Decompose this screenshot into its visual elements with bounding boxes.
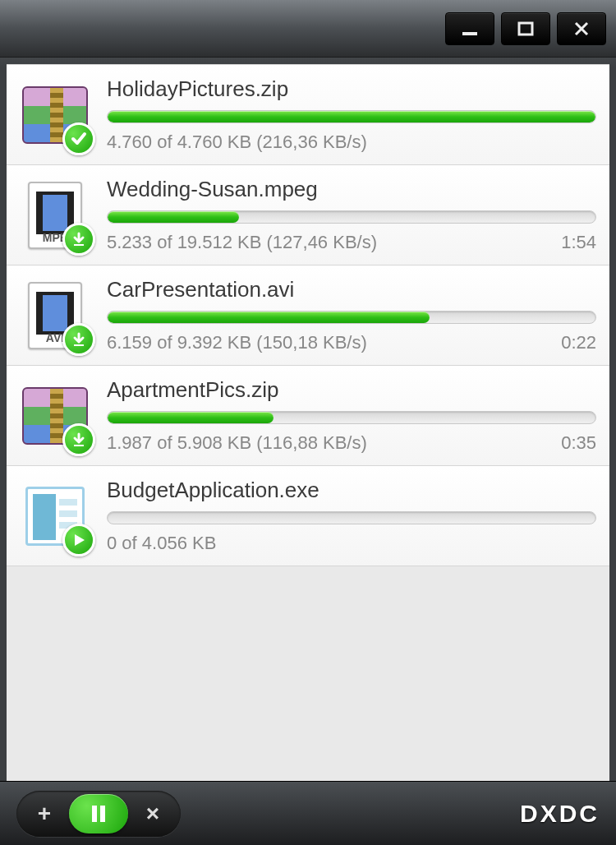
download-status-text: 4.760 of 4.760 KB (216,36 KB/s) [107,132,367,153]
svg-rect-5 [92,806,97,822]
download-filename: Wedding-Susan.mpeg [107,177,596,202]
svg-rect-0 [462,32,477,35]
progress-bar [107,110,596,123]
download-info: BudgetApplication.exe0 of 4.056 KB [107,478,596,554]
download-info: CarPresentation.avi6.159 of 9.392 KB (15… [107,277,596,353]
progress-bar [107,210,596,224]
file-icon [18,379,92,453]
download-filename: CarPresentation.avi [107,277,596,302]
download-status-text: 6.159 of 9.392 KB (150,18 KB/s) [107,332,367,353]
svg-rect-1 [519,23,532,35]
file-icon: MPE [18,178,92,252]
remove-download-button[interactable]: × [136,797,169,830]
download-item[interactable]: BudgetApplication.exe0 of 4.056 KB [7,466,609,566]
download-info: Wedding-Susan.mpeg5.233 of 19.512 KB (12… [107,177,596,253]
svg-rect-4 [74,445,84,446]
progress-fill [108,111,595,122]
status-badge-icon [62,122,95,155]
status-row: 1.987 of 5.908 KB (116,88 KB/s)0:35 [107,432,596,454]
pause-icon [90,804,107,824]
progress-fill [108,211,239,223]
download-eta: 0:22 [561,332,596,353]
svg-rect-2 [74,244,84,246]
download-eta: 1:54 [561,232,596,253]
close-button[interactable] [557,12,606,45]
download-status-text: 5.233 of 19.512 KB (127,46 KB/s) [107,232,377,253]
progress-fill [108,412,274,423]
download-filename: HolidayPictures.zip [107,76,596,102]
progress-bar [107,311,596,324]
download-list: HolidayPictures.zip4.760 of 4.760 KB (21… [7,64,609,781]
download-eta: 0:35 [561,432,596,454]
status-row: 6.159 of 9.392 KB (150,18 KB/s)0:22 [107,332,596,353]
maximize-button[interactable] [501,12,550,45]
minimize-button[interactable] [445,12,494,45]
minimize-icon [461,20,479,38]
bottom-toolbar: + × DXDC [0,781,616,845]
download-filename: BudgetApplication.exe [107,478,596,503]
download-item[interactable]: HolidayPictures.zip4.760 of 4.760 KB (21… [7,64,609,165]
download-info: ApartmentPics.zip1.987 of 5.908 KB (116,… [107,377,596,454]
status-badge-icon [62,323,95,356]
file-icon [18,78,92,152]
brand-logo: DXDC [520,800,600,828]
status-badge-icon [62,524,95,556]
download-status-text: 0 of 4.056 KB [107,533,216,554]
download-item[interactable]: AVICarPresentation.avi6.159 of 9.392 KB … [7,266,609,366]
add-download-button[interactable]: + [28,797,61,830]
status-row: 5.233 of 19.512 KB (127,46 KB/s)1:54 [107,232,596,253]
file-icon: AVI [18,279,92,353]
progress-bar [107,511,596,524]
pause-all-button[interactable] [69,794,128,833]
file-icon [18,479,92,553]
svg-rect-6 [100,806,105,822]
download-filename: ApartmentPics.zip [107,377,596,403]
progress-bar [107,411,596,424]
progress-fill [108,312,430,323]
close-icon [573,21,590,37]
status-badge-icon [62,223,95,256]
status-badge-icon [62,423,95,456]
download-item[interactable]: MPEWedding-Susan.mpeg5.233 of 19.512 KB … [7,165,609,266]
plus-icon: + [38,801,51,827]
maximize-icon [517,20,535,38]
download-status-text: 1.987 of 5.908 KB (116,88 KB/s) [107,432,367,454]
x-icon: × [146,801,159,827]
status-row: 4.760 of 4.760 KB (216,36 KB/s) [107,132,596,153]
control-cluster: + × [16,791,181,837]
titlebar [0,0,616,58]
download-item[interactable]: ApartmentPics.zip1.987 of 5.908 KB (116,… [7,366,609,466]
status-row: 0 of 4.056 KB [107,533,596,554]
svg-rect-3 [74,344,84,346]
download-info: HolidayPictures.zip4.760 of 4.760 KB (21… [107,76,596,153]
